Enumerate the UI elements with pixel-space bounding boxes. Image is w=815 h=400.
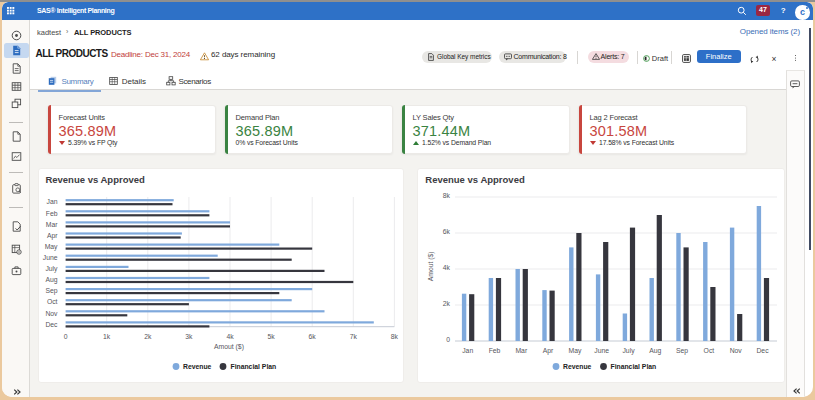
svg-text:Feb: Feb (489, 346, 501, 353)
svg-text:Revenue: Revenue (183, 363, 212, 370)
svg-text:5k: 5k (268, 333, 276, 340)
svg-text:Feb: Feb (46, 209, 58, 216)
svg-text:7k: 7k (350, 333, 358, 340)
svg-text:Mar: Mar (516, 346, 528, 353)
svg-text:June: June (595, 346, 610, 353)
svg-text:6k: 6k (443, 228, 451, 235)
svg-text:Aug: Aug (650, 346, 662, 354)
svg-text:Amout ($): Amout ($) (214, 343, 244, 351)
svg-text:Jan: Jan (463, 346, 474, 353)
svg-text:0: 0 (64, 333, 68, 340)
svg-text:May: May (45, 242, 58, 250)
svg-text:Nov: Nov (730, 346, 743, 353)
svg-text:Dec: Dec (757, 346, 770, 353)
svg-text:0: 0 (447, 336, 451, 343)
svg-text:Financial Plan: Financial Plan (231, 363, 277, 370)
svg-text:Revenue: Revenue (563, 363, 592, 370)
svg-text:Sep: Sep (676, 346, 688, 354)
svg-text:1k: 1k (103, 333, 111, 340)
svg-text:Dec: Dec (45, 320, 58, 327)
svg-text:May: May (569, 346, 582, 354)
svg-text:July: July (45, 265, 58, 273)
svg-text:Nov: Nov (45, 309, 58, 316)
svg-text:Oct: Oct (704, 346, 715, 353)
svg-text:8k: 8k (443, 192, 451, 199)
svg-text:6k: 6k (309, 333, 317, 340)
svg-text:Jan: Jan (47, 198, 58, 205)
svg-text:Mar: Mar (46, 220, 58, 227)
svg-text:2k: 2k (144, 333, 152, 340)
svg-text:3k: 3k (185, 333, 193, 340)
svg-text:June: June (43, 254, 58, 261)
svg-text:Oct: Oct (47, 298, 58, 305)
svg-text:Aug: Aug (45, 276, 57, 284)
svg-text:2k: 2k (443, 300, 451, 307)
svg-text:Amout ($): Amout ($) (427, 251, 435, 281)
svg-text:Apr: Apr (47, 231, 58, 239)
svg-text:July: July (623, 346, 636, 354)
svg-text:Sep: Sep (45, 287, 57, 295)
svg-text:4k: 4k (226, 333, 234, 340)
svg-text:Apr: Apr (543, 346, 554, 354)
svg-text:8k: 8k (391, 333, 399, 340)
svg-text:4k: 4k (443, 264, 451, 271)
svg-text:Financial Plan: Financial Plan (611, 363, 657, 370)
